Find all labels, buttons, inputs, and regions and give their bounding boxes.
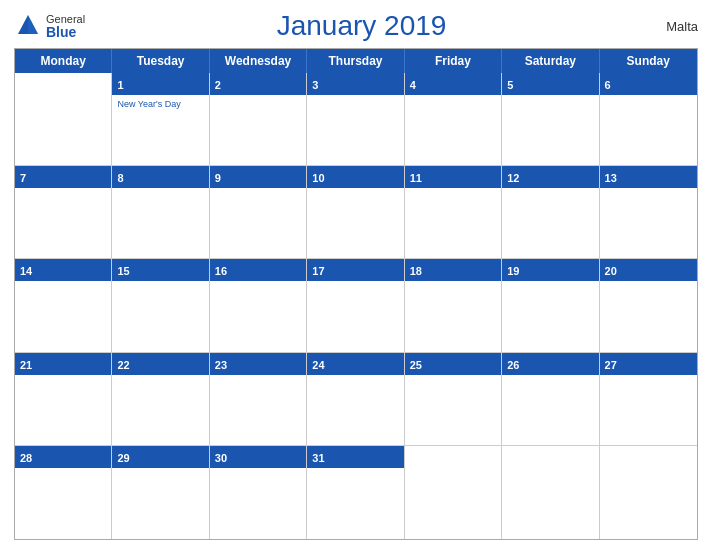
day-number: 30 [215, 452, 227, 464]
calendar-cell: 24 [307, 353, 404, 446]
day-number: 10 [312, 172, 324, 184]
day-header-sunday: Sunday [600, 49, 697, 73]
day-number: 11 [410, 172, 422, 184]
calendar-cell: 2 [210, 73, 307, 166]
day-number: 21 [20, 359, 32, 371]
calendar-week-2: 14151617181920 [15, 259, 697, 352]
calendar-cell: 3 [307, 73, 404, 166]
day-number: 27 [605, 359, 617, 371]
day-number: 17 [312, 265, 324, 277]
calendar-body: 1New Year's Day2345678910111213141516171… [15, 73, 697, 539]
day-number: 14 [20, 265, 32, 277]
calendar-cell: 25 [405, 353, 502, 446]
day-header-saturday: Saturday [502, 49, 599, 73]
logo-general-text: General [46, 14, 85, 25]
calendar-cell: 6 [600, 73, 697, 166]
month-title: January 2019 [85, 10, 638, 42]
day-number: 9 [215, 172, 221, 184]
calendar-cell: 13 [600, 166, 697, 259]
day-number: 5 [507, 79, 513, 91]
calendar-cell: 27 [600, 353, 697, 446]
day-number: 4 [410, 79, 416, 91]
calendar: MondayTuesdayWednesdayThursdayFridaySatu… [14, 48, 698, 540]
calendar-cell: 21 [15, 353, 112, 446]
day-header-wednesday: Wednesday [210, 49, 307, 73]
day-number: 23 [215, 359, 227, 371]
calendar-cell: 4 [405, 73, 502, 166]
calendar-cell: 14 [15, 259, 112, 352]
day-number: 13 [605, 172, 617, 184]
day-number: 20 [605, 265, 617, 277]
calendar-cell: 11 [405, 166, 502, 259]
calendar-cell: 28 [15, 446, 112, 539]
logo-icon [14, 12, 42, 40]
calendar-cell: 15 [112, 259, 209, 352]
calendar-cell: 23 [210, 353, 307, 446]
day-number: 22 [117, 359, 129, 371]
calendar-cell: 29 [112, 446, 209, 539]
day-number: 19 [507, 265, 519, 277]
calendar-cell: 10 [307, 166, 404, 259]
day-number: 25 [410, 359, 422, 371]
calendar-cell [405, 446, 502, 539]
calendar-week-3: 21222324252627 [15, 353, 697, 446]
day-number: 6 [605, 79, 611, 91]
calendar-cell: 20 [600, 259, 697, 352]
day-number: 7 [20, 172, 26, 184]
day-number: 3 [312, 79, 318, 91]
calendar-cell: 12 [502, 166, 599, 259]
calendar-header-row: MondayTuesdayWednesdayThursdayFridaySatu… [15, 49, 697, 73]
day-number: 28 [20, 452, 32, 464]
holiday-label: New Year's Day [117, 99, 203, 109]
day-number: 15 [117, 265, 129, 277]
calendar-week-0: 1New Year's Day23456 [15, 73, 697, 166]
day-number: 1 [117, 79, 123, 91]
svg-marker-1 [28, 15, 38, 34]
calendar-cell: 5 [502, 73, 599, 166]
day-number: 2 [215, 79, 221, 91]
day-number: 24 [312, 359, 324, 371]
day-number: 18 [410, 265, 422, 277]
country-label: Malta [638, 19, 698, 34]
calendar-cell [15, 73, 112, 166]
logo-text: General Blue [46, 14, 85, 39]
logo-blue-text: Blue [46, 25, 85, 39]
day-number: 12 [507, 172, 519, 184]
logo: General Blue [14, 12, 85, 40]
calendar-week-1: 78910111213 [15, 166, 697, 259]
calendar-cell: 8 [112, 166, 209, 259]
calendar-cell: 22 [112, 353, 209, 446]
calendar-cell: 16 [210, 259, 307, 352]
calendar-cell: 1New Year's Day [112, 73, 209, 166]
day-header-monday: Monday [15, 49, 112, 73]
day-number: 31 [312, 452, 324, 464]
day-number: 26 [507, 359, 519, 371]
calendar-cell: 9 [210, 166, 307, 259]
day-header-friday: Friday [405, 49, 502, 73]
day-number: 8 [117, 172, 123, 184]
calendar-week-4: 28293031 [15, 446, 697, 539]
day-number: 16 [215, 265, 227, 277]
day-header-tuesday: Tuesday [112, 49, 209, 73]
calendar-cell [600, 446, 697, 539]
calendar-cell [502, 446, 599, 539]
calendar-cell: 18 [405, 259, 502, 352]
calendar-cell: 17 [307, 259, 404, 352]
day-number: 29 [117, 452, 129, 464]
calendar-cell: 19 [502, 259, 599, 352]
calendar-cell: 26 [502, 353, 599, 446]
day-header-thursday: Thursday [307, 49, 404, 73]
calendar-cell: 30 [210, 446, 307, 539]
calendar-cell: 7 [15, 166, 112, 259]
calendar-header: General Blue January 2019 Malta [14, 10, 698, 42]
calendar-cell: 31 [307, 446, 404, 539]
